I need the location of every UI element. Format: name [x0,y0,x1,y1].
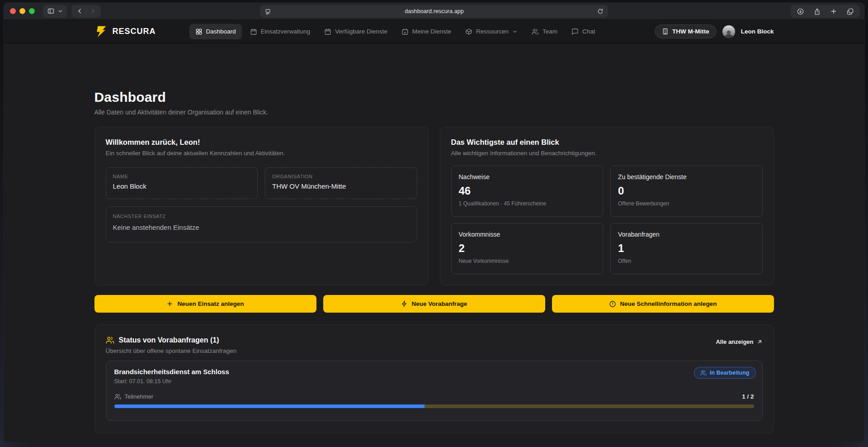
field-organisation-value: THW OV München-Mitte [272,182,410,190]
building-icon [662,28,669,35]
overview-card-subtitle: Alle wichtigen Informationen und Benachr… [451,150,763,157]
forward-icon[interactable] [86,5,99,18]
welcome-card: Willkommen zurück, Leon! Ein schneller B… [94,127,429,285]
nav-item-verfuegbare-dienste[interactable]: Verfügbare Dienste [318,24,393,39]
plus-icon [166,300,173,307]
quick-actions: Neuen Einsatz anlegen Neue Vorabanfrage … [94,295,774,313]
page-title: Dashboard [94,90,774,105]
browser-chrome: dashboard.rescura.app [4,3,864,20]
welcome-card-title: Willkommen zurück, Leon! [106,138,417,147]
nav-item-dashboard[interactable]: Dashboard [189,24,242,39]
chat-bubble-icon [571,28,579,35]
see-all-link[interactable]: Alle anzeigen [716,338,762,345]
stat-vorkommnisse[interactable]: Vorkommnisse 2 Neue Vorkommnisse [451,223,604,274]
participants-count: 1 / 2 [742,393,754,400]
new-vorabanfrage-button[interactable]: Neue Vorabanfrage [323,295,545,313]
minimize-window-button[interactable] [19,8,25,14]
bolt-icon [401,300,408,307]
new-tab-icon[interactable] [830,5,837,18]
chevron-down-icon[interactable] [58,5,63,18]
user-avatar[interactable] [722,25,735,38]
users-icon [532,28,539,35]
alert-circle-icon [609,300,616,308]
page-subtitle: Alle Daten und Aktivitäten deiner Organi… [94,109,774,116]
arrow-up-right-icon [757,339,763,345]
back-icon[interactable] [73,5,86,18]
url-text[interactable]: dashboard.rescura.app [271,8,597,14]
section-subtitle: Übersicht über offene spontane Einsatzan… [106,347,236,354]
users-icon [106,336,114,344]
grid-icon [195,28,203,35]
nav-menu: Dashboard Einsatzverwaltung Verfügbare D… [189,24,601,39]
nav-right-group: THW M-Mitte Leon Block [655,24,774,38]
field-name-value: Leon Block [113,182,251,190]
stat-nachweise[interactable]: Nachweise 46 1 Qualifikationen · 45 Führ… [451,166,604,217]
sidebar-toggle-group [43,5,67,18]
stat-zu-bestaetigende-dienste[interactable]: Zu bestätigende Dienste 0 Offene Bewerbu… [610,166,763,217]
zoom-window-button[interactable] [29,8,35,14]
vorabanfragen-status-card: Status von Vorabanfragen (1) Übersicht ü… [94,324,774,433]
users-icon [700,370,707,376]
field-next-einsatz-label: NÄCHSTER EINSATZ [113,214,410,219]
org-switcher-button[interactable]: THW M-Mitte [655,24,717,38]
nav-item-team[interactable]: Team [526,24,563,39]
close-window-button[interactable] [10,8,16,14]
field-name-label: NAME [113,174,251,179]
vorabanfrage-title: Brandsicherheitsdienst am Schloss [114,368,754,376]
nav-item-meine-dienste[interactable]: Meine Dienste [396,24,457,39]
downloads-icon[interactable] [797,5,804,18]
sidebar-toggle-icon[interactable] [47,5,55,18]
nav-item-einsatzverwaltung[interactable]: Einsatzverwaltung [244,24,316,39]
field-name: NAME Leon Block [106,167,258,199]
nav-item-ressourcen[interactable]: Ressourcen [459,24,524,39]
overview-card: Das Wichtigste auf einen Blick Alle wich… [440,127,774,285]
field-organisation: ORGANISATION THW OV München-Mitte [265,167,417,199]
vorabanfrage-item[interactable]: Brandsicherheitsdienst am Schloss Start:… [106,361,763,421]
field-organisation-label: ORGANISATION [272,174,410,179]
new-schnellinformation-button[interactable]: Neue Schnellinformation anlegen [552,295,774,313]
calendar-icon [324,28,331,35]
rescura-logo-icon [94,25,108,38]
url-bar[interactable]: dashboard.rescura.app [260,5,608,18]
app-navbar: RESCURA Dashboard Einsatzverwaltung Verf… [4,20,864,43]
section-title: Status von Vorabanfragen (1) [119,336,219,344]
brand-name: RESCURA [113,27,156,36]
reload-icon[interactable] [597,5,604,18]
chevron-down-icon [512,29,518,34]
field-next-einsatz: NÄCHSTER EINSATZ Keine anstehenden Einsä… [106,206,417,243]
user-name[interactable]: Leon Block [741,28,774,35]
overview-card-title: Das Wichtigste auf einen Blick [451,138,763,147]
stat-vorabanfragen[interactable]: Vorabanfragen 1 Offen [610,223,763,274]
participants-label: Teilnehmer [125,393,154,400]
calendar-icon [250,28,257,35]
nav-item-chat[interactable]: Chat [566,24,601,39]
welcome-card-subtitle: Ein schneller Blick auf deine aktuellen … [106,150,417,157]
calendar-check-icon [401,28,409,35]
tab-overview-icon[interactable] [846,5,854,18]
traffic-lights [10,8,35,14]
brand[interactable]: RESCURA [94,25,156,38]
package-icon [465,28,472,35]
page-content: Dashboard Alle Daten und Aktivitäten dei… [4,43,864,442]
chrome-actions-group [791,5,860,18]
browser-window: dashboard.rescura.app [4,3,864,442]
vorabanfrage-start: Start: 07.01. 08:15 Uhr [114,378,754,385]
users-icon [114,393,121,400]
field-next-einsatz-value: Keine anstehenden Einsätze [113,224,410,231]
status-badge[interactable]: In Bearbeitung [694,367,756,379]
new-einsatz-button[interactable]: Neuen Einsatz anlegen [94,295,316,313]
page-settings-icon[interactable] [264,8,271,15]
history-nav-group [71,5,101,18]
avatar-silhouette-icon [723,30,734,38]
share-icon[interactable] [813,5,821,18]
participants-progress-fill [114,404,425,408]
participants-progress-track [114,404,754,408]
